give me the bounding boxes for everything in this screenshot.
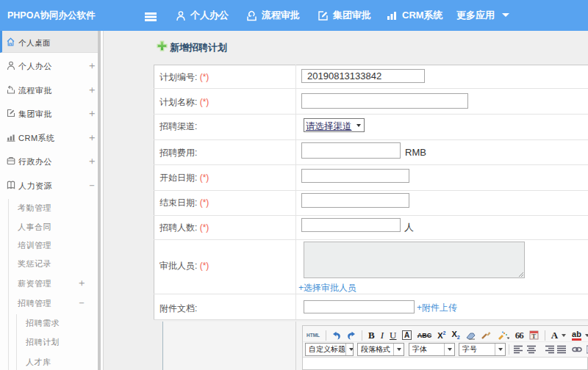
svg-text:T: T: [531, 333, 536, 340]
